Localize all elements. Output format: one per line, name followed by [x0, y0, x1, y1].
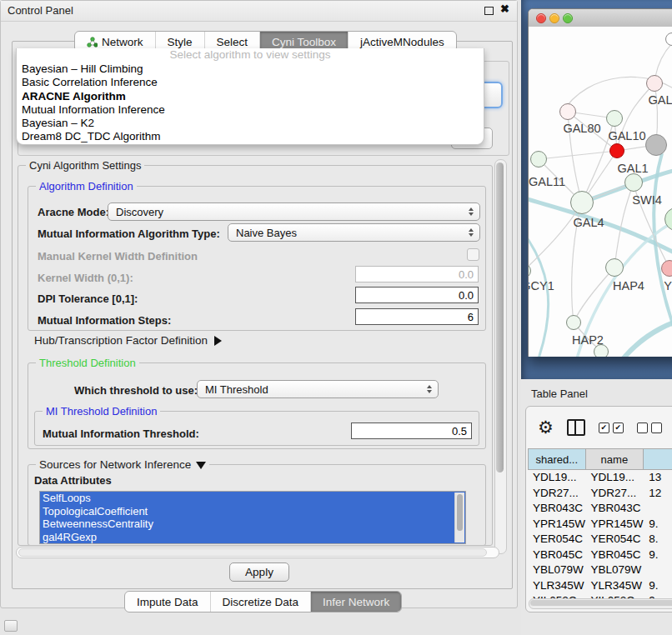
dropdown-item[interactable]: Bayesian – K2	[17, 117, 484, 130]
hub-definition-toggle[interactable]: Hub/Transcription Factor Definition	[34, 334, 222, 347]
settings-horizontal-scrollbar[interactable]	[16, 547, 499, 558]
attributes-scrollbar[interactable]	[454, 492, 464, 542]
tab-discretize-data[interactable]: Discretize Data	[211, 592, 312, 612]
table-cell: 12	[644, 486, 672, 502]
data-attributes-label: Data Attributes	[34, 474, 112, 487]
dropdown-item[interactable]: Dream8 DC_TDC Algorithm	[17, 130, 484, 143]
which-threshold-select[interactable]: MI Threshold	[197, 380, 439, 398]
table-row[interactable]: YBL079WYBL079W	[528, 562, 672, 578]
table-cell: YPR145W	[528, 517, 586, 532]
table-row[interactable]: YPR145WYPR145W9.	[528, 517, 672, 532]
network-node[interactable]	[624, 173, 643, 192]
control-panel: Control Panel ✖ Network Style Select Cyn…	[0, 0, 518, 608]
node-label: GAL	[648, 93, 672, 107]
table-row[interactable]: YBR045CYBR045C9.	[528, 548, 672, 563]
panel-title: Control Panel	[8, 4, 73, 17]
tab-impute-data[interactable]: Impute Data	[125, 592, 211, 612]
select-all-columns-icon[interactable]: ✔✔	[599, 422, 624, 433]
unselect-all-columns-icon[interactable]	[637, 422, 662, 433]
control-panel-titlebar: Control Panel ✖	[1, 1, 517, 22]
network-node[interactable]	[594, 344, 609, 357]
network-node[interactable]	[559, 103, 576, 120]
attribute-item[interactable]: BetweennessCentrality	[40, 518, 465, 531]
tab-infer-network[interactable]: Infer Network	[311, 592, 401, 612]
gear-icon[interactable]: ⚙	[538, 419, 554, 436]
mi-threshold-input[interactable]	[351, 422, 472, 439]
table-cell: YLR345W	[586, 578, 644, 594]
table-cell: YDR27...	[528, 486, 586, 502]
settings-vertical-scrollbar[interactable]	[494, 159, 507, 554]
network-node[interactable]	[530, 151, 547, 168]
dpi-tolerance-label: DPI Tolerance [0,1]:	[38, 292, 138, 305]
mi-steps-input[interactable]	[355, 308, 479, 325]
manual-kernel-checkbox[interactable]	[467, 248, 479, 261]
table-cell: YLR345W	[528, 578, 586, 594]
table-panel: Table Panel ⚙ ✔✔ shared...name YDL19...Y…	[521, 379, 672, 635]
close-icon[interactable]: ✖	[500, 2, 509, 15]
table-row[interactable]: YBR043CYBR043C	[528, 501, 672, 517]
table-cell: 13	[644, 470, 672, 486]
attribute-item[interactable]: gal4RGexp	[40, 531, 465, 544]
collapsed-arrow-icon	[214, 336, 222, 346]
collapsed-panel-icon[interactable]	[4, 620, 18, 632]
apply-button[interactable]: Apply	[229, 562, 289, 582]
data-attributes-list[interactable]: SelfLoopsTopologicalCoefficientBetweenne…	[39, 491, 466, 544]
window-zoom-button[interactable]	[563, 13, 573, 23]
node-table[interactable]: shared...name YDL19...YDL19...13YDR27...…	[528, 448, 672, 598]
table-cell: YER054C	[586, 532, 644, 548]
window-close-button[interactable]	[536, 13, 546, 23]
network-node[interactable]	[605, 258, 624, 277]
dropdown-item[interactable]: ARACNE Algorithm	[17, 90, 484, 103]
network-node[interactable]	[645, 134, 667, 156]
network-node[interactable]	[609, 143, 624, 158]
network-node[interactable]	[529, 263, 531, 278]
network-node[interactable]	[646, 75, 663, 92]
network-node[interactable]	[665, 32, 672, 46]
table-row[interactable]: YER054CYER054C8.	[528, 532, 672, 548]
column-header[interactable]	[644, 448, 672, 470]
table-row[interactable]: YDR27...YDR27...12	[528, 486, 672, 502]
table-cell: 9.	[644, 578, 672, 594]
kernel-width-input[interactable]	[355, 266, 479, 282]
cyni-bottom-tabs: Impute Data Discretize Data Infer Networ…	[124, 591, 402, 612]
algorithm-dropdown-list: Bayesian – Hill ClimbingBasic Correlatio…	[17, 62, 484, 144]
settings-group-title: Cyni Algorithm Settings	[26, 159, 144, 172]
table-cell: YDL19...	[528, 470, 586, 486]
window-minimize-button[interactable]	[549, 13, 559, 23]
network-window: GALGAL80GAL10GAL1GAL11SWI4GAL4GCY1HAP4YH…	[528, 8, 672, 357]
table-row[interactable]: YDL19...YDL19...13	[528, 470, 672, 486]
network-node[interactable]	[606, 110, 623, 127]
dropdown-item[interactable]: Mutual Information Inference	[17, 103, 484, 117]
mi-steps-label: Mutual Information Steps:	[38, 314, 171, 327]
algorithm-dropdown-popup: Select algorithm to view settings Bayesi…	[16, 48, 484, 145]
sources-group-title[interactable]: Sources for Network Inference	[36, 458, 209, 471]
table-horizontal-scrollbar[interactable]	[529, 598, 672, 609]
mi-type-value: Naive Bayes	[236, 227, 297, 239]
network-node[interactable]	[661, 260, 672, 277]
dropdown-item[interactable]: Basic Correlation Inference	[17, 76, 484, 89]
table-row[interactable]: YLR345WYLR345W9.	[528, 578, 672, 594]
dropdown-item[interactable]: Bayesian – Hill Climbing	[17, 62, 484, 76]
column-header[interactable]: name	[586, 448, 644, 470]
network-node[interactable]	[664, 208, 672, 231]
table-cell	[644, 562, 672, 578]
sources-title-label: Sources for Network Inference	[39, 458, 191, 471]
float-window-icon[interactable]	[484, 7, 494, 15]
network-node[interactable]	[570, 191, 594, 214]
attribute-item[interactable]: SelfLoops	[40, 492, 465, 505]
network-icon	[87, 37, 98, 48]
attribute-item[interactable]: TopologicalCoefficient	[40, 505, 465, 518]
network-window-titlebar[interactable]	[529, 9, 672, 28]
manual-kernel-label: Manual Kernel Width Definition	[38, 250, 198, 262]
table-cell: YBL079W	[586, 562, 644, 578]
column-header[interactable]: shared...	[528, 448, 586, 470]
table-cell: YDL19...	[586, 470, 644, 486]
table-cell	[644, 501, 672, 517]
mi-type-select[interactable]: Naive Bayes	[228, 223, 480, 242]
network-canvas[interactable]: GALGAL80GAL10GAL1GAL11SWI4GAL4GCY1HAP4YH…	[529, 27, 672, 357]
aracne-mode-select[interactable]: Discovery	[108, 202, 480, 221]
table-panel-box: ⚙ ✔✔ shared...name YDL19...YDL19...13YDR…	[525, 406, 672, 612]
network-node[interactable]	[566, 315, 581, 330]
dpi-tolerance-input[interactable]	[355, 287, 479, 303]
columns-icon[interactable]	[567, 419, 585, 436]
